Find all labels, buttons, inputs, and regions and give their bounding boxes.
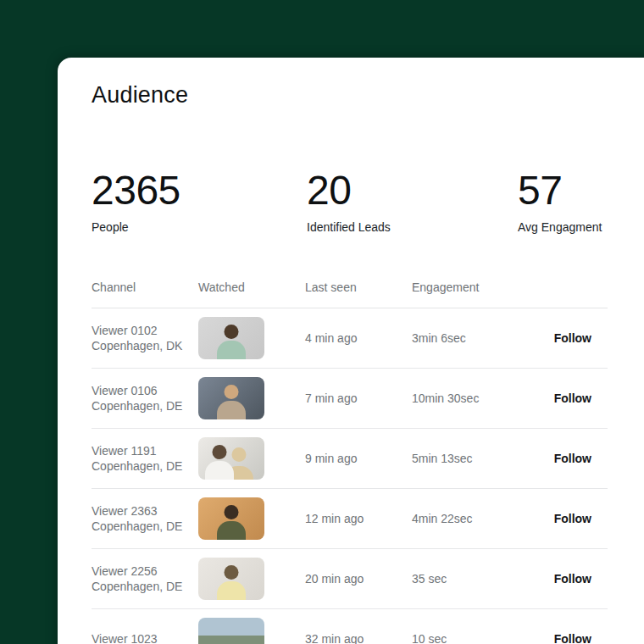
audience-table-body: Viewer 0102 Copenhagen, DK 4 min ago 3mi… [92,308,608,644]
watched-cell [198,558,305,600]
watched-cell [198,377,305,419]
viewer-name: Viewer 1023 [92,631,198,644]
viewer-photo-man-green-sweater-curtains[interactable] [198,497,264,540]
stat-identified-leads: 20 Identified Leads [307,167,391,235]
audience-table-header: Channel Watched Last seen Engagement [92,280,608,308]
watched-cell [198,618,305,644]
viewer-photo-man-glasses-studio[interactable] [198,317,264,359]
follow-button[interactable]: Follow [554,511,591,526]
header-last-seen: Last seen [305,280,412,295]
last-seen-cell: 4 min ago [305,330,412,346]
engagement-cell: 10 sec [412,631,513,644]
viewer-location: Copenhagen, DE [92,519,198,534]
header-channel: Channel [92,280,198,295]
stat-identified-leads-label: Identified Leads [307,219,391,235]
last-seen-cell: 32 min ago [305,631,412,644]
watched-cell [198,497,305,540]
page-background: { "page": { "title": "Audience" }, "them… [0,0,644,644]
engagement-cell: 5min 13sec [412,451,513,466]
action-cell: Follow [513,511,608,526]
stat-avg-engagement-label: Avg Engagment [518,219,602,235]
viewer-photo-man-waving-office[interactable] [198,377,264,419]
action-cell: Follow [513,391,608,406]
table-row[interactable]: Viewer 1191 Copenhagen, DE 9 min ago 5mi… [92,429,608,489]
viewer-name: Viewer 2363 [92,503,198,519]
viewer-name: Viewer 0106 [92,383,198,398]
stat-people: 2365 People [92,167,180,235]
last-seen-cell: 12 min ago [305,511,412,526]
stat-avg-engagement: 57 Avg Engagment [518,167,602,235]
follow-button[interactable]: Follow [554,631,591,644]
engagement-cell: 4min 22sec [412,511,513,526]
engagement-cell: 3min 6sec [412,330,513,346]
header-engagement: Engagement [412,280,513,295]
viewer-location: Copenhagen, DE [92,458,198,474]
viewer-channel-cell: Viewer 0102 Copenhagen, DK [92,323,198,353]
header-watched: Watched [198,280,305,295]
viewer-photo-mountain-valley[interactable] [198,618,264,644]
viewer-name: Viewer 1191 [92,443,198,458]
table-row[interactable]: Viewer 0102 Copenhagen, DK 4 min ago 3mi… [92,308,608,369]
viewer-name: Viewer 2256 [92,564,198,579]
viewer-location: Copenhagen, DE [92,398,198,414]
stat-avg-engagement-value: 57 [518,167,602,214]
audience-table: Channel Watched Last seen Engagement Vie… [92,280,608,644]
last-seen-cell: 7 min ago [305,391,412,406]
viewer-channel-cell: Viewer 1191 Copenhagen, DE [92,443,198,474]
table-row[interactable]: Viewer 0106 Copenhagen, DE 7 min ago 10m… [92,369,608,429]
last-seen-cell: 9 min ago [305,451,412,466]
viewer-channel-cell: Viewer 1023 [92,631,198,644]
table-row[interactable]: Viewer 2363 Copenhagen, DE 12 min ago 4m… [92,489,608,549]
action-cell: Follow [513,571,608,586]
audience-card: Audience 2365 People 20 Identified Leads… [58,58,644,644]
viewer-photo-two-colleagues-laptop[interactable] [198,437,264,480]
watched-cell [198,437,305,480]
last-seen-cell: 20 min ago [305,571,412,586]
viewer-channel-cell: Viewer 0106 Copenhagen, DE [92,383,198,414]
follow-button[interactable]: Follow [554,571,591,586]
stat-identified-leads-value: 20 [307,167,391,214]
viewer-channel-cell: Viewer 2256 Copenhagen, DE [92,564,198,594]
viewer-name: Viewer 0102 [92,323,198,338]
action-cell: Follow [513,631,608,644]
engagement-cell: 35 sec [412,571,513,586]
viewer-channel-cell: Viewer 2363 Copenhagen, DE [92,503,198,534]
watched-cell [198,317,305,359]
follow-button[interactable]: Follow [554,451,591,466]
action-cell: Follow [513,451,608,466]
stat-people-value: 2365 [92,167,180,214]
viewer-photo-woman-bun-patterned-top[interactable] [198,558,264,600]
follow-button[interactable]: Follow [554,330,591,346]
viewer-location: Copenhagen, DK [92,338,198,353]
follow-button[interactable]: Follow [554,391,591,406]
engagement-cell: 10min 30sec [412,391,513,406]
stats-row: 2365 People 20 Identified Leads 57 Avg E… [58,167,644,260]
table-row[interactable]: Viewer 1023 32 min ago 10 sec Follow [92,609,608,644]
action-cell: Follow [513,330,608,346]
page-title: Audience [92,80,188,110]
viewer-location: Copenhagen, DE [92,579,198,594]
stat-people-label: People [92,219,180,235]
table-row[interactable]: Viewer 2256 Copenhagen, DE 20 min ago 35… [92,549,608,609]
